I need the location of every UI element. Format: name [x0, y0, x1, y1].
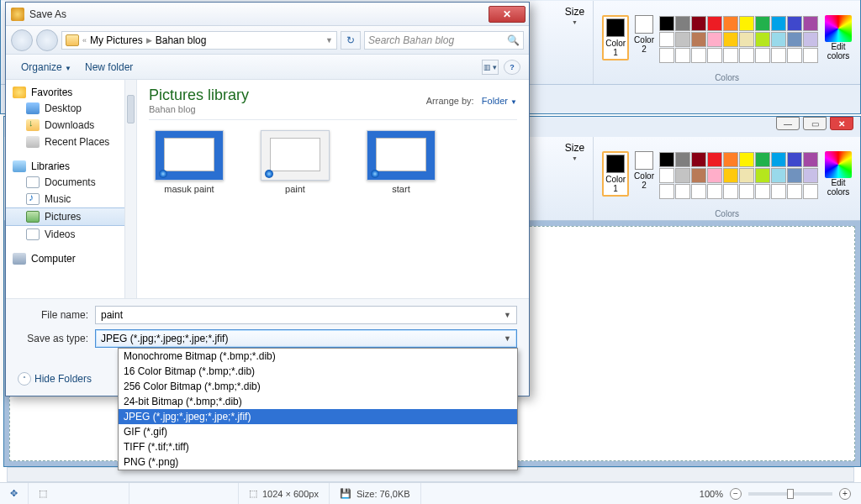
color-swatch[interactable]: [691, 16, 706, 31]
savetype-option[interactable]: 24-bit Bitmap (*.bmp;*.dib): [119, 394, 517, 409]
zoom-slider[interactable]: [748, 492, 832, 496]
size-dropdown[interactable]: Size ▼: [565, 6, 584, 25]
tree-music[interactable]: Music: [6, 191, 136, 207]
arrange-value[interactable]: Folder: [482, 96, 508, 106]
color-swatch[interactable]: [739, 32, 754, 47]
color-swatch[interactable]: [659, 152, 674, 167]
color2-selector-2[interactable]: Color 2: [634, 151, 654, 190]
breadcrumb-1[interactable]: My Pictures: [90, 34, 143, 46]
arrange-by[interactable]: Arrange by: Folder ▼: [426, 96, 517, 106]
tree-scroll-thumb[interactable]: [127, 95, 135, 123]
color-swatch[interactable]: [803, 168, 818, 183]
color-swatch[interactable]: [659, 184, 674, 199]
tree-downloads[interactable]: Downloads: [6, 117, 136, 134]
zoom-in-button[interactable]: +: [839, 488, 851, 500]
nav-back-button[interactable]: [11, 29, 33, 51]
color-swatch[interactable]: [803, 184, 818, 199]
color-swatch[interactable]: [803, 152, 818, 167]
color1-selector-2[interactable]: Color 1: [602, 151, 629, 197]
color-swatch[interactable]: [771, 168, 786, 183]
help-button[interactable]: ?: [504, 60, 520, 75]
chevron-down-icon[interactable]: ▼: [504, 311, 511, 319]
savetype-option[interactable]: 16 Color Bitmap (*.bmp;*.dib): [119, 364, 517, 379]
color-swatch[interactable]: [787, 168, 802, 183]
color-swatch[interactable]: [739, 184, 754, 199]
savetype-dropdown[interactable]: JPEG (*.jpg;*.jpeg;*.jpe;*.jfif) ▼: [95, 329, 517, 348]
color-swatch[interactable]: [691, 184, 706, 199]
tree-recent[interactable]: Recent Places: [6, 134, 136, 150]
color-swatch[interactable]: [659, 16, 674, 31]
color-swatch[interactable]: [755, 32, 770, 47]
file-thumbnail[interactable]: start: [361, 130, 441, 194]
color-palette-2[interactable]: [659, 152, 818, 199]
tree-videos[interactable]: Videos: [6, 226, 136, 243]
breadcrumb-2[interactable]: Bahan blog: [156, 34, 207, 46]
color-swatch[interactable]: [755, 16, 770, 31]
tree-libraries[interactable]: Libraries: [6, 159, 136, 174]
tree-scrollbar[interactable]: [124, 80, 136, 298]
color-swatch[interactable]: [691, 48, 706, 63]
color-swatch[interactable]: [771, 32, 786, 47]
chevron-down-icon[interactable]: ▼: [325, 36, 333, 45]
color-swatch[interactable]: [675, 184, 690, 199]
new-folder-button[interactable]: New folder: [78, 58, 140, 76]
color-swatch[interactable]: [723, 168, 738, 183]
color-swatch[interactable]: [675, 168, 690, 183]
savetype-option[interactable]: 256 Color Bitmap (*.bmp;*.dib): [119, 379, 517, 394]
maximize-button-2[interactable]: ▭: [803, 117, 827, 130]
color-swatch[interactable]: [675, 48, 690, 63]
color-swatch[interactable]: [723, 32, 738, 47]
color-swatch[interactable]: [771, 152, 786, 167]
color-palette-1[interactable]: [659, 16, 818, 63]
minimize-button-2[interactable]: —: [776, 117, 800, 130]
color-swatch[interactable]: [659, 32, 674, 47]
size-dropdown-2[interactable]: Size ▼: [565, 142, 584, 161]
savetype-option[interactable]: PNG (*.png): [119, 454, 517, 470]
savetype-option[interactable]: Monochrome Bitmap (*.bmp;*.dib): [119, 349, 517, 364]
color-swatch[interactable]: [787, 32, 802, 47]
savetype-options-list[interactable]: Monochrome Bitmap (*.bmp;*.dib)16 Color …: [118, 348, 518, 470]
filename-input[interactable]: paint ▼: [95, 306, 517, 324]
color-swatch[interactable]: [787, 16, 802, 31]
color-swatch[interactable]: [803, 32, 818, 47]
color-swatch[interactable]: [691, 152, 706, 167]
color-swatch[interactable]: [675, 152, 690, 167]
refresh-button[interactable]: ↻: [341, 31, 361, 50]
organize-menu[interactable]: Organize ▼: [14, 58, 78, 76]
color-swatch[interactable]: [787, 48, 802, 63]
zoom-out-button[interactable]: −: [730, 488, 742, 500]
file-thumbnail[interactable]: masuk paint: [149, 130, 230, 194]
color-swatch[interactable]: [707, 168, 722, 183]
zoom-thumb[interactable]: [787, 489, 794, 499]
file-thumbnail[interactable]: paint: [255, 130, 335, 194]
tree-pictures[interactable]: Pictures: [6, 207, 136, 226]
color1-selector[interactable]: Color 1: [602, 15, 629, 60]
color-swatch[interactable]: [691, 168, 706, 183]
edit-colors-button[interactable]: Edit colors: [825, 15, 852, 60]
color-swatch[interactable]: [723, 152, 738, 167]
breadcrumb[interactable]: « My Pictures ▶ Bahan blog ▼: [61, 31, 337, 50]
color-swatch[interactable]: [659, 168, 674, 183]
color-swatch[interactable]: [755, 168, 770, 183]
color-swatch[interactable]: [803, 16, 818, 31]
color-swatch[interactable]: [707, 16, 722, 31]
color-swatch[interactable]: [691, 32, 706, 47]
color-swatch[interactable]: [787, 184, 802, 199]
color-swatch[interactable]: [723, 16, 738, 31]
color-swatch[interactable]: [803, 48, 818, 63]
color2-selector[interactable]: Color 2: [634, 15, 654, 54]
savetype-option[interactable]: GIF (*.gif): [119, 424, 517, 439]
nav-forward-button[interactable]: [36, 29, 58, 51]
savetype-option[interactable]: TIFF (*.tif;*.tiff): [119, 439, 517, 454]
view-mode-button[interactable]: ▥ ▾: [482, 60, 499, 75]
tree-computer[interactable]: Computer: [6, 251, 136, 266]
color-swatch[interactable]: [739, 16, 754, 31]
color-swatch[interactable]: [707, 152, 722, 167]
close-button-2[interactable]: ✕: [830, 117, 853, 130]
tree-desktop[interactable]: Desktop: [6, 100, 136, 117]
edit-colors-button-2[interactable]: Edit colors: [825, 151, 852, 197]
savetype-option[interactable]: JPEG (*.jpg;*.jpeg;*.jpe;*.jfif): [119, 409, 517, 424]
dialog-close-button[interactable]: ✕: [489, 6, 526, 23]
color-swatch[interactable]: [771, 48, 786, 63]
color-swatch[interactable]: [675, 32, 690, 47]
